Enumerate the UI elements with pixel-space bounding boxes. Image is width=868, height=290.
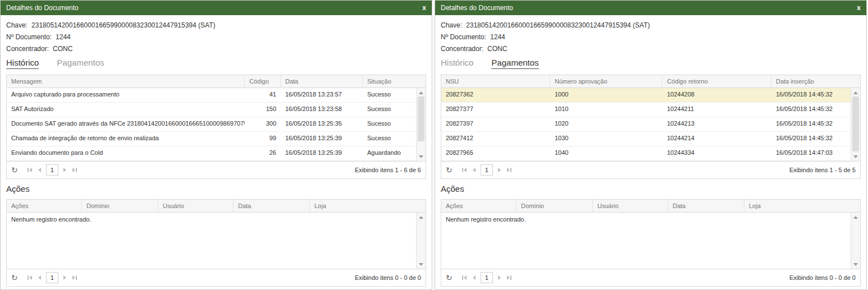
cell-numero-aprovacao: 1010 bbox=[550, 103, 663, 117]
cell-mensagem: Documento SAT gerado através da NFCe 231… bbox=[7, 117, 245, 131]
vertical-scrollbar[interactable] bbox=[851, 88, 860, 161]
last-page-icon[interactable] bbox=[506, 166, 513, 174]
column-header-situacao[interactable]: Situação bbox=[363, 75, 426, 88]
cell-codigo: 150 bbox=[245, 103, 281, 117]
table-row[interactable]: Enviando documento para o Cold 26 16/05/… bbox=[7, 146, 416, 161]
column-header-data-insercao[interactable]: Data inserção bbox=[771, 75, 860, 88]
scroll-up-icon[interactable] bbox=[417, 213, 426, 221]
column-header-mensagem[interactable]: Mensagem bbox=[7, 75, 245, 88]
page-number[interactable]: 1 bbox=[46, 164, 58, 176]
scrollbar-thumb[interactable] bbox=[418, 96, 424, 141]
cell-nsu: 20827362 bbox=[441, 88, 550, 102]
column-header-data[interactable]: Data bbox=[234, 200, 310, 212]
field-numero-documento: Nº Documento:1244 bbox=[441, 31, 861, 43]
scroll-down-icon[interactable] bbox=[417, 260, 426, 268]
numero-documento-label: Nº Documento: bbox=[441, 33, 486, 41]
pagamentos-pager: ↻ 1 Exibindo itens 1 - 5 de 5 bbox=[441, 161, 860, 178]
next-page-icon[interactable] bbox=[497, 274, 502, 282]
scrollbar-thumb[interactable] bbox=[852, 96, 859, 151]
column-header-loja[interactable]: Loja bbox=[310, 200, 426, 212]
cell-codigo: 26 bbox=[245, 146, 281, 160]
numero-documento-value: 1244 bbox=[490, 33, 505, 41]
cell-mensagem: Chamada de integração de retorno de envi… bbox=[7, 132, 245, 146]
close-icon[interactable]: x bbox=[857, 4, 861, 11]
table-row[interactable]: 20827397 1020 10244213 16/05/2018 14:45:… bbox=[441, 117, 851, 132]
refresh-icon[interactable]: ↻ bbox=[446, 167, 453, 173]
pager-status: Exibindo itens 1 - 5 de 5 bbox=[789, 167, 856, 173]
last-page-icon[interactable] bbox=[71, 274, 78, 282]
grid-header-row: NSU Número aprovação Código retorno Data… bbox=[441, 75, 860, 88]
table-row[interactable]: Chamada de integração de retorno de envi… bbox=[7, 132, 416, 146]
scroll-down-icon[interactable] bbox=[417, 153, 426, 160]
vertical-scrollbar[interactable] bbox=[416, 213, 426, 269]
last-page-icon[interactable] bbox=[71, 166, 78, 174]
close-icon[interactable]: x bbox=[422, 4, 426, 11]
pagamentos-grid: NSU Número aprovação Código retorno Data… bbox=[441, 75, 861, 179]
vertical-scrollbar[interactable] bbox=[851, 213, 860, 269]
cell-codigo-retorno: 10244211 bbox=[663, 103, 771, 117]
historico-grid: Mensagem Código Data Situação Arquivo ca… bbox=[6, 75, 426, 179]
page-number[interactable]: 1 bbox=[46, 272, 58, 283]
cell-numero-aprovacao: 1030 bbox=[550, 132, 663, 146]
refresh-icon[interactable]: ↻ bbox=[11, 167, 18, 173]
first-page-icon[interactable] bbox=[26, 274, 33, 282]
cell-data-insercao: 16/05/2018 14:45:32 bbox=[771, 103, 851, 117]
page-number[interactable]: 1 bbox=[481, 272, 493, 283]
column-header-codigo[interactable]: Código bbox=[245, 75, 281, 88]
scroll-up-icon[interactable] bbox=[417, 89, 426, 96]
column-header-dominio[interactable]: Domínio bbox=[517, 200, 593, 212]
first-page-icon[interactable] bbox=[461, 166, 468, 174]
column-header-acoes[interactable]: Ações bbox=[441, 200, 517, 212]
column-header-dominio[interactable]: Domínio bbox=[82, 200, 158, 212]
refresh-icon[interactable]: ↻ bbox=[11, 274, 18, 281]
next-page-icon[interactable] bbox=[62, 274, 67, 282]
next-page-icon[interactable] bbox=[497, 166, 502, 174]
prev-page-icon[interactable] bbox=[37, 166, 42, 174]
table-row[interactable]: Arquivo capturado para processamento 41 … bbox=[7, 88, 416, 103]
scroll-up-icon[interactable] bbox=[851, 89, 860, 96]
tab-historico[interactable]: Histórico bbox=[6, 58, 39, 69]
chave-value: 2318051420016600016659900008323001244791… bbox=[31, 21, 215, 29]
scroll-up-icon[interactable] bbox=[851, 213, 860, 221]
column-header-numero-aprovacao[interactable]: Número aprovação bbox=[550, 75, 663, 88]
table-row[interactable]: SAT Autorizado 150 16/05/2018 13:23:58 S… bbox=[7, 103, 416, 117]
tab-historico[interactable]: Histórico bbox=[441, 58, 473, 69]
column-header-data[interactable]: Data bbox=[281, 75, 363, 88]
column-header-usuario[interactable]: Usuário bbox=[593, 200, 668, 212]
prev-page-icon[interactable] bbox=[472, 166, 477, 174]
first-page-icon[interactable] bbox=[26, 166, 33, 174]
cell-codigo-retorno: 10244213 bbox=[663, 117, 771, 131]
prev-page-icon[interactable] bbox=[37, 274, 42, 282]
last-page-icon[interactable] bbox=[506, 274, 513, 282]
table-row[interactable]: Documento SAT gerado através da NFCe 231… bbox=[7, 117, 416, 132]
first-page-icon[interactable] bbox=[461, 274, 468, 282]
scroll-down-icon[interactable] bbox=[851, 260, 860, 268]
field-chave: Chave:2318051420016600016659900008323001… bbox=[441, 20, 861, 31]
pager-status: Exibindo itens 0 - 0 de 0 bbox=[789, 274, 856, 281]
scroll-down-icon[interactable] bbox=[851, 153, 860, 160]
refresh-icon[interactable]: ↻ bbox=[446, 274, 453, 281]
table-row-selected[interactable]: 20827362 1000 10244208 16/05/2018 14:45:… bbox=[441, 88, 851, 103]
cell-data: 16/05/2018 13:25:35 bbox=[281, 117, 363, 131]
chave-label: Chave: bbox=[441, 21, 462, 29]
page-number[interactable]: 1 bbox=[481, 164, 493, 176]
column-header-nsu[interactable]: NSU bbox=[441, 75, 550, 88]
column-header-acoes[interactable]: Ações bbox=[7, 200, 82, 212]
table-row[interactable]: 20827377 1010 10244211 16/05/2018 14:45:… bbox=[441, 103, 851, 117]
cell-situacao: Sucesso bbox=[363, 88, 416, 102]
table-row[interactable]: 20827412 1030 10244214 16/05/2018 14:45:… bbox=[441, 132, 851, 146]
prev-page-icon[interactable] bbox=[472, 274, 477, 282]
grid-rows: Nenhum registro encontrado. bbox=[441, 213, 851, 226]
column-header-data[interactable]: Data bbox=[668, 200, 744, 212]
cell-mensagem: Arquivo capturado para processamento bbox=[7, 88, 245, 102]
historico-pager: ↻ 1 Exibindo itens 1 - 6 de 6 bbox=[7, 161, 426, 178]
column-header-usuario[interactable]: Usuário bbox=[158, 200, 234, 212]
column-header-codigo-retorno[interactable]: Código retorno bbox=[663, 75, 771, 88]
column-header-loja[interactable]: Loja bbox=[744, 200, 860, 212]
tab-pagamentos[interactable]: Pagamentos bbox=[57, 58, 104, 69]
next-page-icon[interactable] bbox=[62, 166, 67, 174]
vertical-scrollbar[interactable] bbox=[416, 88, 426, 161]
table-row[interactable]: 20827965 1040 10244334 16/05/2018 14:47:… bbox=[441, 146, 851, 161]
cell-data: 16/05/2018 13:23:57 bbox=[281, 88, 363, 102]
tab-pagamentos[interactable]: Pagamentos bbox=[491, 58, 538, 69]
